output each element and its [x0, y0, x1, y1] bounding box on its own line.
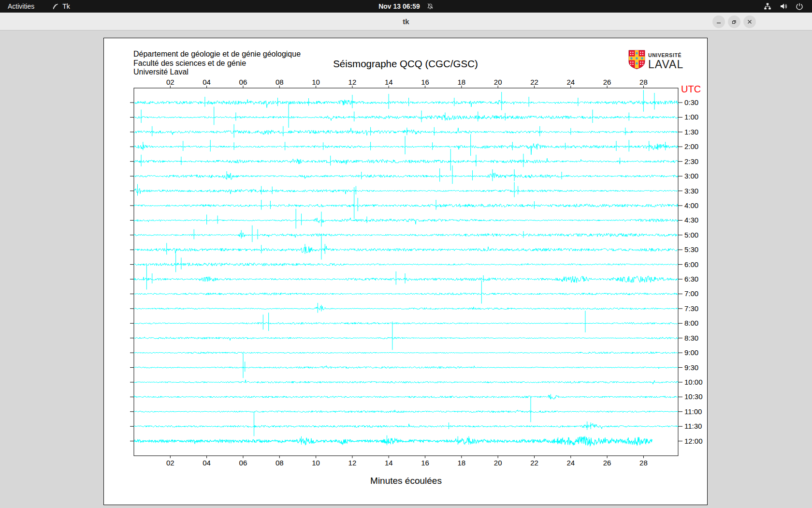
seismo-trace: [134, 218, 678, 224]
x-tick-label-top: 16: [421, 78, 429, 86]
logo-universite-label: UNIVERSITÉ: [648, 52, 683, 58]
trace-time-label: 0:30: [684, 98, 698, 106]
trace-time-label: 10:30: [684, 392, 703, 401]
trace-time-label: 2:00: [684, 142, 698, 150]
plot-border: [134, 88, 678, 456]
laval-logo-text: UNIVERSITÉ LAVAL: [648, 50, 683, 71]
seismo-trace: [134, 233, 678, 238]
x-tick-label-bottom: 10: [312, 459, 320, 467]
x-tick-label-top: 26: [603, 78, 611, 86]
seismo-spikes: [261, 187, 535, 219]
seismo-spikes: [243, 353, 245, 378]
utc-label: UTC: [681, 84, 701, 94]
seismo-trace: [134, 204, 678, 207]
x-tick-label-bottom: 26: [603, 459, 611, 467]
seismo-spikes: [254, 413, 591, 436]
seismo-spikes: [141, 103, 629, 128]
x-tick-label-bottom: 28: [639, 459, 648, 467]
seismo-spikes: [207, 209, 367, 228]
trace-time-label: 3:00: [684, 172, 698, 180]
seismo-spikes: [141, 149, 620, 171]
trace-time-label: 4:00: [684, 201, 698, 209]
tk-window-content: 0202040406060808101012121414161618182020…: [0, 31, 812, 508]
seismo-trace: [134, 410, 678, 413]
seismo-trace: [134, 276, 678, 283]
trace-time-label: 10:00: [684, 378, 703, 386]
window-title: tk: [403, 17, 409, 26]
seismo-trace: [134, 144, 678, 155]
x-tick-label-bottom: 24: [566, 459, 575, 467]
logo-laval-label: LAVAL: [648, 58, 683, 71]
trace-time-label: 7:30: [684, 304, 698, 313]
activities-button[interactable]: Activities: [8, 2, 34, 10]
x-tick-label-top: 22: [530, 78, 538, 86]
x-tick-label-top: 14: [385, 78, 393, 86]
x-tick-label-bottom: 12: [348, 459, 357, 467]
minimize-button[interactable]: [712, 15, 725, 28]
clock-label[interactable]: Nov 13 06:59: [378, 2, 420, 10]
x-tick-label-bottom: 18: [458, 459, 466, 467]
system-status-area[interactable]: [764, 2, 812, 10]
seismo-trace: [134, 128, 678, 135]
trace-time-label: 6:30: [684, 275, 698, 283]
focused-app-menu[interactable]: Tk: [52, 2, 70, 10]
trace-time-label: 12:00: [684, 437, 703, 445]
minimize-icon: [716, 19, 722, 25]
seismo-trace: [134, 115, 678, 121]
tk-feather-icon: [52, 3, 59, 10]
x-tick-label-bottom: 08: [276, 459, 284, 467]
seismo-trace: [134, 293, 678, 295]
maximize-button[interactable]: [728, 15, 740, 28]
seismo-trace: [134, 158, 678, 164]
x-tick-label-top: 04: [203, 78, 211, 86]
x-tick-label-top: 08: [276, 78, 284, 86]
plot-title: Séismographe QCQ (CGC/GSC): [133, 58, 678, 70]
restore-icon: [731, 19, 737, 25]
seismograph-canvas: 0202040406060808101012121414161618182020…: [103, 38, 708, 505]
seismo-spikes: [318, 303, 321, 313]
volume-icon: [780, 2, 787, 10]
power-icon: [796, 2, 803, 10]
seismo-trace: [134, 352, 678, 354]
seismo-spikes: [138, 182, 518, 197]
x-tick-label-bottom: 20: [494, 459, 502, 467]
x-tick-label-bottom: 02: [166, 459, 174, 467]
x-tick-label-top: 18: [458, 78, 466, 86]
seismo-trace: [134, 263, 678, 266]
network-wired-icon: [764, 2, 771, 10]
gnome-top-bar: Activities Tk Nov 13 06:59: [0, 0, 812, 13]
seismo-trace: [134, 423, 678, 429]
trace-time-label: 2:30: [684, 157, 698, 165]
x-axis-title: Minutes écoulées: [370, 476, 442, 486]
helicorder-plot: 0202040406060808101012121414161618182020…: [104, 38, 708, 506]
seismo-trace: [134, 322, 678, 324]
trace-time-label: 8:30: [684, 334, 698, 342]
close-button[interactable]: [743, 15, 756, 28]
trace-time-label: 1:00: [684, 113, 698, 121]
x-tick-label-bottom: 22: [530, 459, 538, 467]
seismo-trace: [134, 380, 678, 384]
trace-time-label: 5:00: [684, 231, 698, 239]
trace-time-label: 3:30: [684, 187, 698, 195]
window-titlebar[interactable]: tk: [0, 13, 812, 30]
trace-time-label: 11:00: [684, 407, 702, 416]
seismo-trace: [134, 395, 678, 399]
close-icon: [747, 19, 753, 25]
seismo-spikes: [143, 134, 666, 156]
x-tick-label-top: 10: [312, 78, 320, 86]
institution-line: Département de géologie et de génie géol…: [133, 50, 301, 59]
x-tick-label-top: 12: [348, 78, 357, 86]
laval-shield-icon: [628, 50, 645, 69]
trace-time-label: 9:00: [684, 348, 698, 357]
x-tick-label-top: 06: [239, 78, 247, 86]
seismo-trace: [134, 337, 678, 340]
x-tick-label-top: 28: [639, 78, 648, 86]
notifications-muted-icon: [427, 3, 434, 10]
x-tick-label-bottom: 06: [239, 459, 247, 467]
trace-time-label: 7:00: [684, 289, 698, 298]
seismo-trace: [134, 100, 678, 108]
trace-time-label: 8:00: [684, 319, 698, 327]
x-tick-label-bottom: 04: [203, 459, 211, 467]
desktop: Activities Tk Nov 13 06:59: [0, 0, 812, 508]
seismo-trace: [134, 366, 678, 369]
